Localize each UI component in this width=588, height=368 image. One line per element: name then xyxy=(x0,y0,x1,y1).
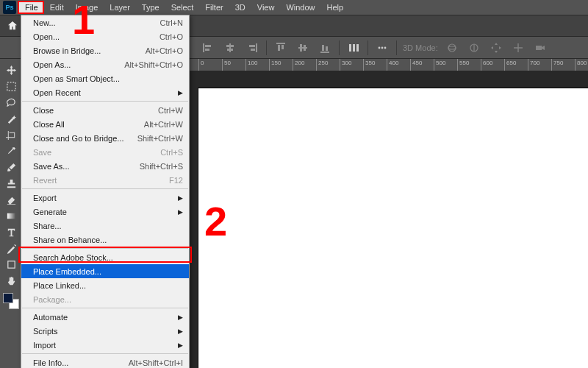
menu-item-place-linked[interactable]: Place Linked... xyxy=(21,278,189,292)
svg-rect-27 xyxy=(536,46,542,50)
submenu-arrow-icon: ▶ xyxy=(178,208,183,216)
menu-item-label: Export xyxy=(33,194,183,202)
menu-item-browse-in-bridge[interactable]: Browse in Bridge...Alt+Ctrl+O xyxy=(21,43,189,57)
svg-rect-10 xyxy=(278,45,280,51)
svg-rect-30 xyxy=(7,261,14,267)
menu-item-close-all[interactable]: Close AllAlt+Ctrl+W xyxy=(21,117,189,131)
stamp-tool[interactable] xyxy=(1,175,21,191)
type-tool[interactable] xyxy=(1,224,21,240)
menubar-item-layer[interactable]: Layer xyxy=(104,1,136,13)
svg-rect-28 xyxy=(7,82,15,90)
menubar-item-type[interactable]: Type xyxy=(136,1,165,13)
color-swatches[interactable] xyxy=(3,293,19,309)
svg-rect-12 xyxy=(298,47,307,49)
menu-item-scripts[interactable]: Scripts▶ xyxy=(21,324,189,338)
fg-swatch[interactable] xyxy=(3,293,13,303)
pan-3d-icon[interactable] xyxy=(488,40,504,56)
svg-rect-29 xyxy=(7,213,15,219)
eyedropper-tool[interactable] xyxy=(1,143,21,159)
menubar-item-file[interactable]: File xyxy=(19,1,44,13)
menu-item-close-and-go-to-bridge[interactable]: Close and Go to Bridge...Shift+Ctrl+W xyxy=(21,131,189,145)
ruler-tick: 250 xyxy=(316,59,317,71)
menu-item-save-as[interactable]: Save As...Shift+Ctrl+S xyxy=(21,159,189,173)
eraser-tool[interactable] xyxy=(1,191,21,208)
align-right-icon[interactable] xyxy=(244,40,260,56)
ruler-tick: 50 xyxy=(222,59,223,71)
menu-item-label: New... xyxy=(33,18,160,27)
lasso-tool[interactable] xyxy=(1,94,21,110)
menu-separator xyxy=(22,353,188,354)
gradient-tool[interactable] xyxy=(1,208,21,224)
camera-3d-icon[interactable] xyxy=(532,40,548,56)
align-vcenter-icon[interactable] xyxy=(295,40,311,56)
svg-rect-14 xyxy=(304,45,306,51)
menu-item-shortcut: Ctrl+O xyxy=(159,32,183,41)
menubar-item-help[interactable]: Help xyxy=(321,1,350,13)
pen-tool[interactable] xyxy=(1,240,21,256)
menu-item-label: Close xyxy=(33,106,158,115)
align-top-icon[interactable] xyxy=(273,40,289,56)
orbit-3d-icon[interactable] xyxy=(444,40,460,56)
shape-tool[interactable] xyxy=(1,256,21,272)
menu-item-share[interactable]: Share... xyxy=(21,219,189,233)
overflow-icon[interactable] xyxy=(374,40,390,56)
menu-item-label: Scripts xyxy=(33,327,183,336)
menu-item-new[interactable]: New...Ctrl+N xyxy=(21,15,189,29)
menu-item-open[interactable]: Open...Ctrl+O xyxy=(21,29,189,43)
crop-tool[interactable] xyxy=(1,127,21,143)
svg-rect-6 xyxy=(256,43,257,52)
svg-point-23 xyxy=(384,46,387,49)
menu-item-shortcut: Shift+Ctrl+W xyxy=(137,134,183,143)
ruler-tick: 350 xyxy=(363,59,364,71)
menubar-item-3d[interactable]: 3D xyxy=(229,1,251,13)
svg-point-24 xyxy=(448,44,456,52)
menu-item-label: Package... xyxy=(33,295,183,304)
roll-3d-icon[interactable] xyxy=(466,40,482,56)
menu-item-close[interactable]: CloseCtrl+W xyxy=(21,103,189,117)
menu-item-generate[interactable]: Generate▶ xyxy=(21,205,189,219)
more-align-icon[interactable] xyxy=(345,40,362,56)
menu-item-label: Place Linked... xyxy=(33,281,183,290)
menu-item-place-embedded[interactable]: Place Embedded... xyxy=(21,264,189,278)
menubar-item-view[interactable]: View xyxy=(251,1,281,13)
menu-item-share-on-behance[interactable]: Share on Behance... xyxy=(21,233,189,247)
hand-tool[interactable] xyxy=(1,272,21,289)
menu-item-import[interactable]: Import▶ xyxy=(21,338,189,352)
home-icon[interactable] xyxy=(4,18,21,34)
move-tool[interactable] xyxy=(1,62,21,78)
menu-item-revert: RevertF12 xyxy=(21,173,189,187)
menu-item-shortcut: Shift+Ctrl+S xyxy=(140,162,183,171)
marquee-tool[interactable] xyxy=(1,78,21,94)
menu-item-label: Open Recent xyxy=(33,88,183,97)
menubar-item-image[interactable]: Image xyxy=(70,1,104,13)
submenu-arrow-icon: ▶ xyxy=(178,314,183,321)
menu-item-label: Close and Go to Bridge... xyxy=(33,134,137,143)
wand-tool[interactable] xyxy=(1,110,21,127)
align-left-icon[interactable] xyxy=(200,40,216,56)
menubar-item-filter[interactable]: Filter xyxy=(199,1,229,13)
menu-item-file-info[interactable]: File Info...Alt+Shift+Ctrl+I xyxy=(21,355,189,368)
menu-item-open-as-smart-object[interactable]: Open as Smart Object... xyxy=(21,71,189,85)
menu-item-search-adobe-stock[interactable]: Search Adobe Stock... xyxy=(21,250,189,264)
svg-rect-13 xyxy=(300,44,302,52)
menu-item-open-recent[interactable]: Open Recent▶ xyxy=(21,85,189,99)
menu-item-label: Import xyxy=(33,341,183,350)
ruler-tick: 600 xyxy=(481,59,481,71)
menubar-item-window[interactable]: Window xyxy=(280,1,320,13)
align-hcenter-icon[interactable] xyxy=(222,40,238,56)
align-bottom-icon[interactable] xyxy=(317,40,333,56)
menu-item-export[interactable]: Export▶ xyxy=(21,191,189,205)
file-menu-dropdown: New...Ctrl+NOpen...Ctrl+OBrowse in Bridg… xyxy=(21,15,190,368)
ruler-tick: 300 xyxy=(340,59,340,71)
menu-item-automate[interactable]: Automate▶ xyxy=(21,310,189,324)
menubar-item-edit[interactable]: Edit xyxy=(44,1,70,13)
menubar-item-select[interactable]: Select xyxy=(165,1,200,13)
menu-item-label: Search Adobe Stock... xyxy=(33,253,183,262)
ruler-tick: 400 xyxy=(387,59,387,71)
brush-tool[interactable] xyxy=(1,159,21,175)
slide-3d-icon[interactable] xyxy=(510,40,526,56)
menu-item-open-as[interactable]: Open As...Alt+Shift+Ctrl+O xyxy=(21,57,189,71)
menu-item-shortcut: Alt+Ctrl+O xyxy=(146,46,183,55)
ruler-tick: 200 xyxy=(293,59,293,71)
canvas[interactable] xyxy=(198,88,588,368)
